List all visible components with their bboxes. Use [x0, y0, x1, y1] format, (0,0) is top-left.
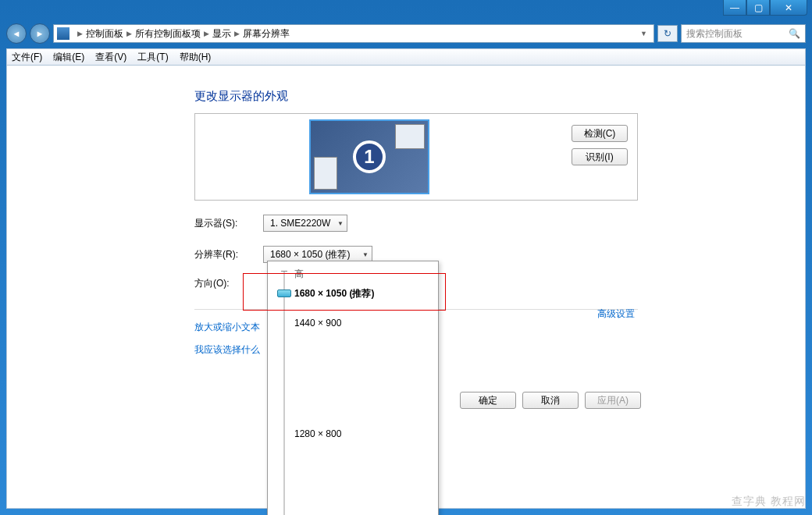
back-button[interactable]: ◄: [6, 23, 27, 44]
detect-button[interactable]: 检测(C): [572, 125, 628, 142]
resolution-flyout[interactable]: 高 1680 × 1050 (推荐) 1440 × 900 1280 × 800: [267, 261, 439, 515]
display-label: 显示器(S):: [194, 217, 263, 230]
forward-button[interactable]: ►: [30, 23, 50, 44]
menu-help[interactable]: 帮助(H): [180, 51, 212, 64]
menu-bar: 文件(F) 编辑(E) 查看(V) 工具(T) 帮助(H): [6, 48, 806, 66]
resolution-value: 1680 × 1050 (推荐): [270, 248, 350, 261]
chevron-right-icon: ▶: [234, 30, 240, 37]
close-button[interactable]: ✕: [770, 0, 807, 16]
content-pane: 更改显示器的外观 1 检测(C) 识别(I) 显示器(S): 1. SME222…: [6, 66, 806, 509]
breadcrumb-all-items[interactable]: 所有控制面板项: [135, 27, 201, 41]
resolution-option[interactable]: 1680 × 1050 (推荐): [294, 287, 429, 300]
resolution-label: 分辨率(R):: [194, 248, 263, 261]
orientation-label: 方向(O):: [194, 277, 263, 290]
display-dropdown[interactable]: 1. SME2220W ▼: [263, 215, 347, 232]
ok-button[interactable]: 确定: [460, 392, 516, 409]
watermark: 查字典 教程网: [732, 495, 806, 509]
control-panel-icon: [57, 27, 69, 40]
search-input[interactable]: 搜索控制面板 🔍: [681, 24, 806, 43]
monitor-preview[interactable]: 1: [309, 119, 429, 194]
monitor-number: 1: [353, 140, 386, 173]
refresh-button[interactable]: ↻: [657, 25, 678, 42]
page-title: 更改显示器的外观: [194, 89, 805, 104]
search-icon: 🔍: [789, 28, 800, 39]
display-value: 1. SME2220W: [270, 218, 330, 229]
breadcrumb[interactable]: ▶ 控制面板 ▶ 所有控制面板项 ▶ 显示 ▶ 屏幕分辨率 ▼: [53, 24, 654, 43]
cancel-button[interactable]: 取消: [522, 392, 579, 409]
minimize-button[interactable]: —: [723, 0, 746, 16]
breadcrumb-current: 屏幕分辨率: [243, 27, 290, 41]
menu-edit[interactable]: 编辑(E): [53, 51, 84, 64]
chevron-right-icon: ▶: [204, 30, 209, 37]
chevron-right-icon: ▶: [77, 30, 83, 37]
address-bar: ◄ ► ▶ 控制面板 ▶ 所有控制面板项 ▶ 显示 ▶ 屏幕分辨率 ▼ ↻ 搜索…: [6, 22, 806, 45]
menu-view[interactable]: 查看(V): [95, 51, 126, 64]
slider-thumb[interactable]: [277, 289, 291, 297]
monitor-preview-box: 1 检测(C) 识别(I): [194, 113, 638, 201]
resolution-option[interactable]: 1280 × 800: [294, 428, 429, 439]
slider-track[interactable]: [283, 271, 285, 515]
menu-tools[interactable]: 工具(T): [137, 51, 168, 64]
preview-window-icon: [395, 124, 425, 149]
search-placeholder: 搜索控制面板: [686, 27, 743, 41]
slider-label-high: 高: [294, 268, 429, 281]
maximize-button[interactable]: ▢: [746, 0, 770, 16]
menu-file[interactable]: 文件(F): [12, 51, 42, 64]
breadcrumb-root[interactable]: 控制面板: [86, 27, 123, 41]
chevron-down-icon[interactable]: ▼: [637, 30, 650, 37]
chevron-right-icon: ▶: [126, 30, 132, 37]
breadcrumb-display[interactable]: 显示: [212, 27, 231, 41]
apply-button: 应用(A): [585, 392, 641, 409]
identify-button[interactable]: 识别(I): [572, 148, 628, 165]
chevron-down-icon: ▼: [337, 220, 344, 227]
preview-window-icon: [314, 157, 337, 190]
resolution-option[interactable]: 1440 × 900: [294, 318, 429, 329]
advanced-settings-link[interactable]: 高级设置: [597, 307, 635, 321]
chevron-down-icon: ▼: [362, 251, 369, 258]
